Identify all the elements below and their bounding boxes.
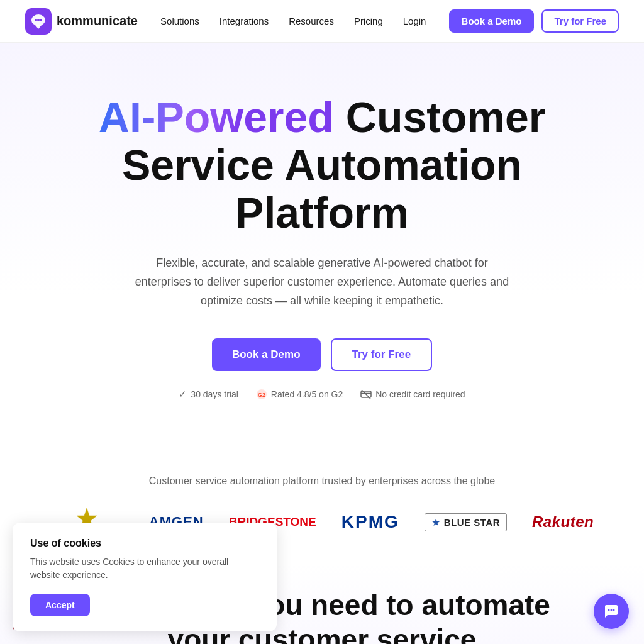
- checkmark-icon: ✓: [179, 389, 187, 400]
- svg-point-4: [40, 19, 42, 21]
- hero-badges: ✓ 30 days trial G2 Rated 4.8/5 on G2 No …: [179, 389, 465, 400]
- kpmg-logo-text: KPMG: [341, 512, 399, 532]
- logo-bluestar: ★ BLUE STAR: [425, 513, 507, 531]
- logo-text: kommunicate: [57, 14, 138, 28]
- nav-actions: Book a Demo Try for Free: [449, 9, 619, 33]
- nav-integrations[interactable]: Integrations: [219, 16, 269, 26]
- logo-kpmg: KPMG: [341, 512, 399, 532]
- navbar: kommunicate Solutions Integrations Resou…: [0, 0, 644, 43]
- svg-point-13: [611, 609, 613, 611]
- g2-icon: G2: [256, 389, 267, 400]
- svg-point-3: [37, 19, 40, 21]
- logo-rakuten: Rakuten: [532, 513, 594, 531]
- cookie-banner: Use of cookies This website uses Cookies…: [13, 523, 277, 631]
- rakuten-logo-text: Rakuten: [532, 513, 594, 531]
- nav-try-free-button[interactable]: Try for Free: [541, 9, 619, 33]
- hero-try-free-button[interactable]: Try for Free: [331, 338, 433, 371]
- nav-links: Solutions Integrations Resources Pricing…: [160, 16, 426, 26]
- svg-point-12: [608, 609, 610, 611]
- cookie-accept-button[interactable]: Accept: [30, 594, 90, 616]
- bluestar-star-icon: ★: [431, 516, 440, 528]
- chat-widget[interactable]: [594, 594, 629, 629]
- hero-buttons: Book a Demo Try for Free: [212, 338, 432, 371]
- nav-pricing[interactable]: Pricing: [354, 16, 383, 26]
- cookie-text: This website uses Cookies to enhance you…: [30, 555, 259, 582]
- svg-point-2: [35, 19, 37, 21]
- hero-section: AI-Powered Customer Service Automation P…: [0, 43, 644, 463]
- hero-title-gradient: AI-Powered: [99, 93, 334, 141]
- cookie-title: Use of cookies: [30, 538, 259, 549]
- logo-link[interactable]: kommunicate: [25, 8, 138, 35]
- svg-point-14: [613, 609, 615, 611]
- nav-solutions[interactable]: Solutions: [160, 16, 199, 26]
- no-card-badge: No credit card required: [360, 389, 465, 400]
- nav-login[interactable]: Login: [403, 16, 426, 26]
- hero-book-demo-button[interactable]: Book a Demo: [212, 338, 321, 371]
- hero-title: AI-Powered Customer Service Automation P…: [75, 93, 569, 236]
- no-card-icon: [360, 389, 372, 400]
- trust-bar-title: Customer service automation platform tru…: [38, 475, 606, 487]
- trial-badge: ✓ 30 days trial: [179, 389, 238, 400]
- hero-subtitle: Flexible, accurate, and scalable generat…: [133, 254, 511, 310]
- g2-badge-text: Rated 4.8/5 on G2: [271, 389, 343, 399]
- logo-icon: [25, 8, 52, 35]
- no-card-badge-text: No credit card required: [375, 389, 465, 399]
- chat-icon: [604, 604, 619, 619]
- nav-resources[interactable]: Resources: [289, 16, 334, 26]
- trial-badge-text: 30 days trial: [191, 389, 238, 399]
- bluestar-logo-text: BLUE STAR: [444, 517, 500, 528]
- svg-text:G2: G2: [258, 392, 265, 398]
- nav-book-demo-button[interactable]: Book a Demo: [449, 9, 535, 33]
- g2-badge: G2 Rated 4.8/5 on G2: [256, 389, 343, 400]
